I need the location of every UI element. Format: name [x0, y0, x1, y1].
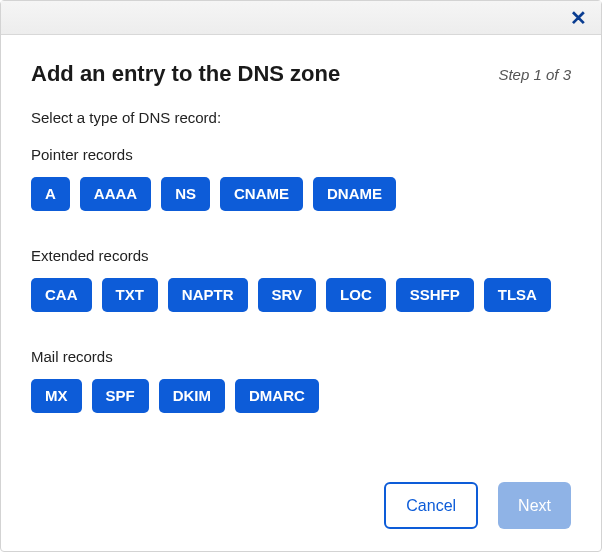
record-type-loc[interactable]: LOC: [326, 278, 386, 312]
record-type-dname[interactable]: DNAME: [313, 177, 396, 211]
record-type-caa[interactable]: CAA: [31, 278, 92, 312]
next-button[interactable]: Next: [498, 482, 571, 529]
record-type-naptr[interactable]: NAPTR: [168, 278, 248, 312]
dialog-content: Add an entry to the DNS zone Step 1 of 3…: [1, 35, 601, 551]
record-type-tlsa[interactable]: TLSA: [484, 278, 551, 312]
record-type-ns[interactable]: NS: [161, 177, 210, 211]
group-mail-records: Mail records MX SPF DKIM DMARC: [31, 348, 571, 413]
record-type-dmarc[interactable]: DMARC: [235, 379, 319, 413]
record-type-spf[interactable]: SPF: [92, 379, 149, 413]
record-type-aaaa[interactable]: AAAA: [80, 177, 151, 211]
group-title: Extended records: [31, 247, 571, 264]
chip-row: A AAAA NS CNAME DNAME: [31, 177, 571, 211]
group-title: Mail records: [31, 348, 571, 365]
group-title: Pointer records: [31, 146, 571, 163]
record-type-sshfp[interactable]: SSHFP: [396, 278, 474, 312]
chip-row: CAA TXT NAPTR SRV LOC SSHFP TLSA: [31, 278, 571, 312]
dns-add-entry-dialog: ✕ Add an entry to the DNS zone Step 1 of…: [0, 0, 602, 552]
dialog-titlebar: ✕: [1, 1, 601, 35]
step-indicator: Step 1 of 3: [498, 66, 571, 83]
instruction-text: Select a type of DNS record:: [31, 109, 571, 126]
chip-row: MX SPF DKIM DMARC: [31, 379, 571, 413]
record-type-mx[interactable]: MX: [31, 379, 82, 413]
dialog-header: Add an entry to the DNS zone Step 1 of 3: [31, 61, 571, 87]
dialog-title: Add an entry to the DNS zone: [31, 61, 340, 87]
group-extended-records: Extended records CAA TXT NAPTR SRV LOC S…: [31, 247, 571, 312]
record-type-cname[interactable]: CNAME: [220, 177, 303, 211]
record-type-srv[interactable]: SRV: [258, 278, 317, 312]
cancel-button[interactable]: Cancel: [384, 482, 478, 529]
dialog-footer: Cancel Next: [31, 472, 571, 535]
record-type-a[interactable]: A: [31, 177, 70, 211]
group-pointer-records: Pointer records A AAAA NS CNAME DNAME: [31, 146, 571, 211]
record-type-txt[interactable]: TXT: [102, 278, 158, 312]
close-icon[interactable]: ✕: [566, 6, 591, 30]
record-type-dkim[interactable]: DKIM: [159, 379, 225, 413]
